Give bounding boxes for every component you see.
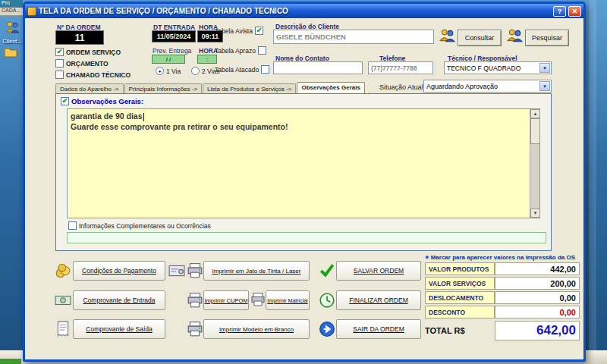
app-window: TELA DA ORDEM DE SERVIÇO / ORÇAMENTO / C… xyxy=(23,2,586,362)
checkbox-chamado-tecnico[interactable]: CHAMADO TÉCNICO xyxy=(55,71,131,79)
start-button-fragment[interactable] xyxy=(0,359,21,364)
telefone-field[interactable]: (77)77777-7788 xyxy=(368,61,433,74)
titlebar[interactable]: TELA DA ORDEM DE SERVIÇO / ORÇAMENTO / C… xyxy=(25,4,583,18)
checkbox-mark: ✔ xyxy=(55,48,64,56)
valores-nota: ● Marcar para aparecer valores na Impres… xyxy=(425,253,575,261)
sair-ordem-button[interactable]: SAIR DA ORDEM xyxy=(336,319,421,339)
consultar-button[interactable]: Consultar xyxy=(458,30,502,46)
printer-icon xyxy=(187,292,203,312)
background-menu-fragment: CADA... xyxy=(0,8,23,16)
tab-bar: Dados do Aparelho -> Principais Informaç… xyxy=(55,82,366,94)
tab-observacoes-gerais[interactable]: Observações Gerais xyxy=(297,82,364,94)
desktop-icon-partial[interactable] xyxy=(0,46,21,61)
window-icon xyxy=(27,7,36,16)
valor-servicos-value[interactable]: 200,00 xyxy=(495,277,580,290)
tecnico-value: TECNICO F QUADRADO xyxy=(447,64,521,72)
desktop-icon-clientes[interactable]: Client... xyxy=(2,20,23,45)
deslocamento-value[interactable]: 0,00 xyxy=(495,291,580,304)
desktop-icon-label: Client... xyxy=(2,38,21,45)
deslocamento-label: DESLOCAMENTO xyxy=(425,291,495,304)
checkbox-mark: ✔ xyxy=(255,27,263,35)
desktop-glare xyxy=(589,0,596,350)
salvar-ordem-button[interactable]: SALVAR ORDEM xyxy=(336,261,421,281)
checkbox-label: CHAMADO TÉCNICO xyxy=(66,71,131,79)
comprovante-saida-button[interactable]: Comprovante de Saída xyxy=(73,319,165,339)
imprimir-jato-laser-button[interactable]: Imprimir em Jato de Tinta / Laser xyxy=(203,261,310,281)
check-icon xyxy=(319,262,335,281)
valor-produtos-value[interactable]: 442,00 xyxy=(495,262,580,275)
help-button[interactable]: ? xyxy=(553,6,566,17)
checkbox-mark xyxy=(68,221,77,230)
radio-circle: ● xyxy=(156,67,164,75)
imprimir-modelo-branco-button[interactable]: Imprimir Modelo em Branco xyxy=(203,319,310,339)
imprimir-cupom-button[interactable]: Imprimir CUPOM xyxy=(203,290,249,310)
checkbox-mark xyxy=(258,46,266,55)
observacoes-textarea[interactable]: garantia de 90 dias Guarde esse comprova… xyxy=(67,108,540,218)
imprimir-matricial-button[interactable]: Imprimir Matricial xyxy=(266,290,310,310)
desconto-value[interactable]: 0,00 xyxy=(495,306,580,318)
checkbox-label: Tabela Atacado xyxy=(215,66,259,74)
memo-line-2: Guarde esse comprovante pra retirar o se… xyxy=(71,121,527,132)
comprovante-entrada-button[interactable]: Comprovante de Entrada xyxy=(73,290,165,310)
desktop: Pro CADA... Client... SUA C... TELA DA O… xyxy=(0,0,607,364)
consultar-people-icon xyxy=(439,27,455,47)
total-value: 642,00 xyxy=(495,321,580,340)
checkbox-mark xyxy=(261,65,269,74)
prev-entrega-label: Prev. Entrega xyxy=(153,47,191,55)
checkbox-label: ORDEM SERVIÇO xyxy=(66,49,121,56)
descricao-cliente-field[interactable]: GISELE BÜNDCHEN xyxy=(273,30,434,44)
checkbox-mark xyxy=(55,71,64,79)
chevron-down-icon[interactable]: ▼ xyxy=(539,81,550,91)
condicoes-pagamento-button[interactable]: Condições de Pagamento xyxy=(73,261,165,281)
checkbox-tabela-avista[interactable]: Tabela Avista ✔ xyxy=(215,27,263,35)
situacao-atual-value: Aguardando Aprovação xyxy=(426,83,498,90)
checkbox-tabela-atacado[interactable]: Tabela Atacado xyxy=(215,65,269,74)
text-caret xyxy=(143,113,145,121)
finalizar-ordem-button[interactable]: FINALIZAR ORDEM xyxy=(336,290,421,310)
checkbox-tabela-aprazo[interactable]: Tabela Aprazo xyxy=(215,46,266,55)
situacao-atual-combo[interactable]: Aguardando Aprovação ▼ xyxy=(423,80,552,93)
order-number-display: 11 xyxy=(55,30,104,45)
checkbox-mark xyxy=(55,59,64,67)
tab-dados-aparelho[interactable]: Dados do Aparelho -> xyxy=(55,83,124,94)
informacoes-complementares-field[interactable] xyxy=(67,232,546,243)
exit-icon xyxy=(319,321,335,340)
checkbox-ordem-servico[interactable]: ✔ ORDEM SERVIÇO xyxy=(55,48,121,56)
scrollbar-thumb[interactable] xyxy=(530,118,540,144)
valor-produtos-label: VALOR PRODUTOS xyxy=(425,262,495,275)
memo-scrollbar[interactable]: ▲ ▼ xyxy=(530,109,539,218)
pesquisar-button[interactable]: Pesquisar xyxy=(525,30,569,46)
printer-icon xyxy=(187,321,203,340)
window-client-area: Nº DA ORDEM 11 ✔ ORDEM SERVIÇO ORÇAMENTO… xyxy=(25,18,583,359)
checkbox-orcamento[interactable]: ORÇAMENTO xyxy=(55,59,109,67)
coins-icon xyxy=(55,262,71,282)
nome-contato-field[interactable] xyxy=(273,61,363,74)
tab-principais-informacoes[interactable]: Principais Informações -> xyxy=(124,83,202,94)
printer-icon xyxy=(187,262,203,282)
checkbox-label: Informações Complementares ou Ocorrência… xyxy=(79,222,211,230)
chevron-down-icon[interactable]: ▼ xyxy=(539,63,550,73)
situacao-atual-label: Situação Atual: xyxy=(379,83,425,91)
scroll-up-icon[interactable]: ▲ xyxy=(530,109,540,118)
radio-label: 1 Via xyxy=(166,67,181,75)
people-icon xyxy=(5,20,20,38)
prev-entrega-field[interactable]: / / xyxy=(152,55,185,64)
checkbox-informacoes-complementares[interactable]: Informações Complementares ou Ocorrência… xyxy=(68,221,211,230)
scroll-down-icon[interactable]: ▼ xyxy=(530,209,540,218)
tab-lista-produtos-servicos[interactable]: Lista de Produtos e Serviços -> xyxy=(203,83,296,94)
checkbox-observacoes-gerais[interactable]: ✔ Observações Gerais: xyxy=(61,97,143,105)
folder-icon xyxy=(4,46,17,61)
background-window-fragment: Pro xyxy=(0,0,23,8)
money-icon xyxy=(55,292,71,312)
tecnico-combo[interactable]: TECNICO F QUADRADO ▼ xyxy=(444,61,552,74)
cheque-icon xyxy=(168,262,185,282)
close-button[interactable]: ✕ xyxy=(568,6,581,17)
checkbox-label: Tabela Avista xyxy=(215,27,253,35)
bullet-icon[interactable]: ● xyxy=(425,253,429,261)
total-label: TOTAL R$ xyxy=(425,326,465,335)
prev-hora-field[interactable]: : xyxy=(197,55,217,64)
pesquisar-people-icon xyxy=(506,27,523,47)
radio-1-via[interactable]: ● 1 Via xyxy=(156,67,181,75)
memo-line-1: garantia de 90 dias xyxy=(71,111,527,121)
receipt-icon xyxy=(55,321,71,340)
